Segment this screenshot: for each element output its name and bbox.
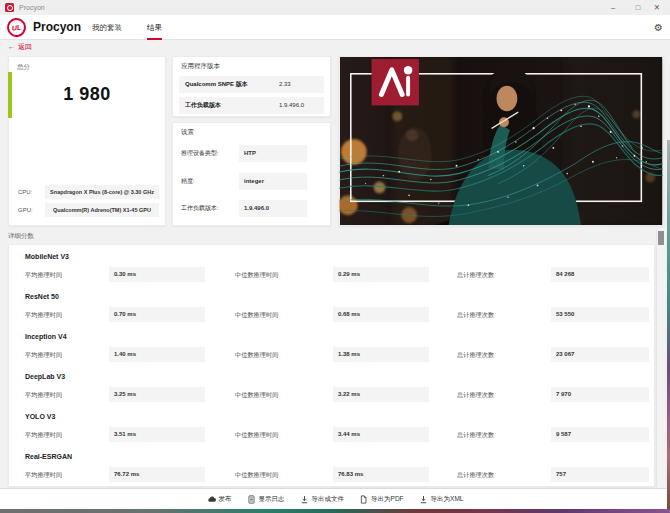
- workload-block-esrgan: Real-ESRGAN 平均推理时间 76.72 ms 中位数推理时间 76.8…: [9, 445, 654, 485]
- workload-name: YOLO V3: [25, 413, 55, 420]
- workload-metrics-row: 平均推理时间 1.40 ms 中位数推理时间 1.38 ms 总计推理次数 23…: [9, 347, 654, 362]
- median-inference-time-value: 3.22 ms: [333, 387, 429, 402]
- workload-name: Real-ESRGAN: [25, 453, 72, 460]
- workload-name: DeepLab V3: [25, 373, 65, 380]
- score-label: 总分: [17, 63, 30, 72]
- export-file-label: 导出成文件: [312, 495, 345, 504]
- median-inference-time-label: 中位数推理时间: [235, 347, 278, 362]
- back-arrow-icon: ←: [8, 43, 15, 50]
- minimize-icon[interactable]: –: [604, 0, 622, 15]
- export-xml-button[interactable]: 导出为XML: [419, 495, 464, 504]
- total-inference-count-value: 757: [551, 467, 649, 482]
- total-inference-count-label: 总计推理次数: [457, 267, 494, 282]
- overall-score: 1 980: [9, 84, 165, 105]
- avg-inference-time-label: 平均推理时间: [25, 307, 62, 322]
- settings-title: 设置: [181, 128, 194, 137]
- workload-block-yolo: YOLO V3 平均推理时间 3.51 ms 中位数推理时间 3.44 ms 总…: [9, 405, 654, 445]
- settings-panel: 设置 推理设备类型: HTP 精度: integer 工作负载版本: 1.9.4…: [172, 122, 331, 226]
- scrollbar-thumb[interactable]: [658, 231, 664, 245]
- workload-version-value: 1.9.496.0: [279, 97, 304, 114]
- app-icon: [5, 3, 14, 12]
- ai-badge-icon: [372, 59, 419, 105]
- detailed-scores-card: MobileNet V3 平均推理时间 0.30 ms 中位数推理时间 0.29…: [8, 244, 655, 487]
- median-inference-time-value: 0.29 ms: [333, 267, 429, 282]
- inference-device-value: HTP: [239, 145, 307, 162]
- cpu-value: Snapdragon X Plus (8-core) @ 3.30 GHz: [45, 185, 159, 199]
- total-inference-count-value: 23 067: [551, 347, 649, 362]
- workload-metrics-row: 平均推理时间 0.70 ms 中位数推理时间 0.68 ms 总计推理次数 53…: [9, 307, 654, 322]
- workload-metrics-row: 平均推理时间 3.51 ms 中位数推理时间 3.44 ms 总计推理次数 9 …: [9, 427, 654, 442]
- detailed-scores-title: 详细分数: [8, 232, 34, 241]
- median-inference-time-label: 中位数推理时间: [235, 387, 278, 402]
- app-version-title: 应用程序版本: [181, 62, 220, 71]
- median-inference-time-value: 3.44 ms: [333, 427, 429, 442]
- inference-device-label: 推理设备类型:: [181, 149, 237, 157]
- workload-block-deeplab: DeepLab V3 平均推理时间 3.25 ms 中位数推理时间 3.22 m…: [9, 365, 654, 405]
- gpu-label: GPU:: [18, 203, 33, 217]
- cpu-label: CPU:: [18, 185, 32, 199]
- download-icon: [300, 495, 309, 504]
- close-icon[interactable]: ✕: [648, 0, 666, 15]
- avg-inference-time-value: 76.72 ms: [109, 467, 205, 482]
- export-xml-label: 导出为XML: [431, 495, 464, 504]
- median-inference-time-value: 0.68 ms: [333, 307, 429, 322]
- precision-label: 精度:: [181, 177, 237, 185]
- maximize-icon[interactable]: □: [629, 0, 647, 15]
- workload-name: Inception V4: [25, 333, 67, 340]
- workload-name: MobileNet V3: [25, 253, 69, 260]
- workload-block-inception: Inception V4 平均推理时间 1.40 ms 中位数推理时间 1.38…: [9, 325, 654, 365]
- app-header: UL Procyon 我的套装 结果 ⚙: [0, 15, 670, 40]
- workload-metrics-row: 平均推理时间 0.30 ms 中位数推理时间 0.29 ms 总计推理次数 84…: [9, 267, 654, 282]
- procyon-window: Procyon – □ ✕ UL Procyon 我的套装 结果 ⚙ ←返回 总…: [0, 0, 670, 513]
- median-inference-time-value: 76.83 ms: [333, 467, 429, 482]
- desktop-edge-bottom: [0, 509, 670, 513]
- tab-results[interactable]: 结果: [147, 15, 162, 40]
- total-inference-count-label: 总计推理次数: [457, 387, 494, 402]
- total-inference-count-value: 84 268: [551, 267, 649, 282]
- settings-workload-version-label: 工作负载版本:: [181, 204, 237, 212]
- back-label: 返回: [18, 43, 32, 50]
- workload-block-resnet: ResNet 50 平均推理时间 0.70 ms 中位数推理时间 0.68 ms…: [9, 285, 654, 325]
- brand-title: Procyon: [33, 15, 81, 40]
- show-log-label: 显示日志: [259, 495, 285, 504]
- ul-logo-icon: UL: [6, 17, 27, 38]
- total-inference-count-label: 总计推理次数: [457, 467, 494, 482]
- download-icon: [419, 495, 428, 504]
- log-icon: [247, 495, 256, 504]
- median-inference-time-label: 中位数推理时间: [235, 467, 278, 482]
- precision-value: integer: [239, 173, 307, 190]
- snpe-version-value: 2.33: [279, 76, 291, 93]
- total-inference-count-label: 总计推理次数: [457, 307, 494, 322]
- total-inference-count-value: 7 970: [551, 387, 649, 402]
- total-inference-count-label: 总计推理次数: [457, 347, 494, 362]
- export-file-button[interactable]: 导出成文件: [300, 495, 345, 504]
- gpu-row: GPU: Qualcomm(R) Adreno(TM) X1-45 GPU: [9, 203, 165, 217]
- export-pdf-label: 导出为PDF: [371, 495, 404, 504]
- avg-inference-time-value: 3.25 ms: [109, 387, 205, 402]
- export-pdf-button[interactable]: 导出为PDF: [359, 495, 404, 504]
- gear-icon[interactable]: ⚙: [654, 15, 663, 40]
- avg-inference-time-value: 0.30 ms: [109, 267, 205, 282]
- median-inference-time-label: 中位数推理时间: [235, 307, 278, 322]
- publish-label: 发布: [219, 495, 232, 504]
- avg-inference-time-label: 平均推理时间: [25, 427, 62, 442]
- total-inference-count-label: 总计推理次数: [457, 427, 494, 442]
- workload-block-mobilenet: MobileNet V3 平均推理时间 0.30 ms 中位数推理时间 0.29…: [9, 245, 654, 285]
- footer-toolbar: 发布 显示日志 导出成文件 导出为PDF 导出为XML: [0, 488, 670, 509]
- show-log-button[interactable]: 显示日志: [247, 495, 285, 504]
- scrollbar-track: [656, 229, 665, 487]
- publish-button[interactable]: 发布: [207, 495, 232, 504]
- median-inference-time-value: 1.38 ms: [333, 347, 429, 362]
- avg-inference-time-value: 1.40 ms: [109, 347, 205, 362]
- back-link[interactable]: ←返回: [8, 42, 32, 52]
- app-version-panel: 应用程序版本 Qualcomm SNPE 版本 2.33 工作负载版本 1.9.…: [172, 56, 331, 117]
- total-inference-count-value: 53 550: [551, 307, 649, 322]
- workload-version-label: 工作负载版本: [185, 97, 221, 114]
- cloud-upload-icon: [207, 495, 216, 504]
- workload-metrics-row: 平均推理时间 3.25 ms 中位数推理时间 3.22 ms 总计推理次数 7 …: [9, 387, 654, 402]
- tab-my-suites[interactable]: 我的套装: [92, 15, 122, 40]
- avg-inference-time-label: 平均推理时间: [25, 387, 62, 402]
- avg-inference-time-value: 0.70 ms: [109, 307, 205, 322]
- snpe-version-label: Qualcomm SNPE 版本: [185, 76, 248, 93]
- avg-inference-time-label: 平均推理时间: [25, 467, 62, 482]
